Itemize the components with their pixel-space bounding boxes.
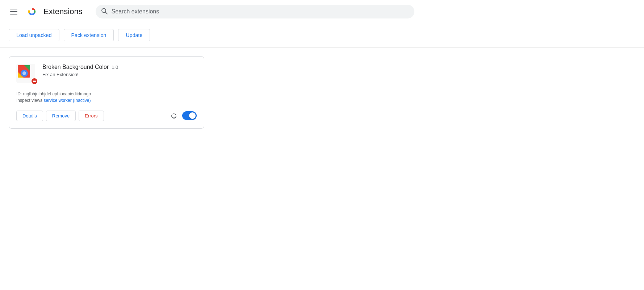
card-info: Broken Background Color 1.0 Fix an Exten…: [42, 64, 197, 79]
card-header: Broken Background Color 1.0 Fix an Exten…: [16, 64, 197, 84]
extension-version: 1.0: [112, 65, 118, 70]
reload-button[interactable]: [168, 110, 179, 121]
inspect-views: Inspect views service worker (Inactive): [16, 98, 197, 103]
menu-button[interactable]: [7, 6, 20, 17]
header: Extensions: [0, 0, 644, 23]
card-footer: Details Remove Errors: [16, 110, 197, 121]
svg-line-4: [105, 12, 107, 14]
inspect-label: Inspect views: [16, 98, 42, 103]
remove-button[interactable]: Remove: [46, 111, 76, 121]
svg-point-2: [30, 9, 34, 13]
enable-toggle[interactable]: [182, 111, 197, 120]
reload-icon: [171, 112, 177, 119]
svg-point-10: [22, 71, 26, 75]
extension-name: Broken Background Color: [42, 64, 109, 70]
details-button[interactable]: Details: [16, 111, 43, 121]
service-worker-link[interactable]: service worker (Inactive): [43, 98, 91, 103]
error-badge-icon: [31, 78, 38, 85]
chrome-logo-icon: [26, 6, 38, 17]
extension-icon-wrap: [16, 64, 37, 84]
search-input[interactable]: [96, 5, 414, 18]
search-icon: [101, 7, 108, 16]
pack-extension-button[interactable]: Pack extension: [64, 29, 114, 41]
update-button[interactable]: Update: [118, 29, 150, 41]
extension-id: ID: mgfbhjnibhjdehcphiocaoiediidmngo: [16, 91, 197, 96]
svg-rect-12: [33, 81, 35, 82]
card-meta: ID: mgfbhjnibhjdehcphiocaoiediidmngo Ins…: [16, 91, 197, 103]
page-title: Extensions: [43, 7, 83, 16]
search-container: [96, 5, 414, 18]
ext-name-row: Broken Background Color 1.0: [42, 64, 197, 70]
extension-card: Broken Background Color 1.0 Fix an Exten…: [9, 56, 204, 129]
toolbar: Load unpacked Pack extension Update: [0, 23, 644, 47]
main-content: Broken Background Color 1.0 Fix an Exten…: [0, 47, 644, 137]
errors-button[interactable]: Errors: [79, 111, 104, 121]
extension-description: Fix an Extension!: [42, 72, 197, 77]
toggle-slider: [182, 111, 197, 120]
svg-point-3: [102, 8, 106, 12]
load-unpacked-button[interactable]: Load unpacked: [9, 29, 59, 41]
